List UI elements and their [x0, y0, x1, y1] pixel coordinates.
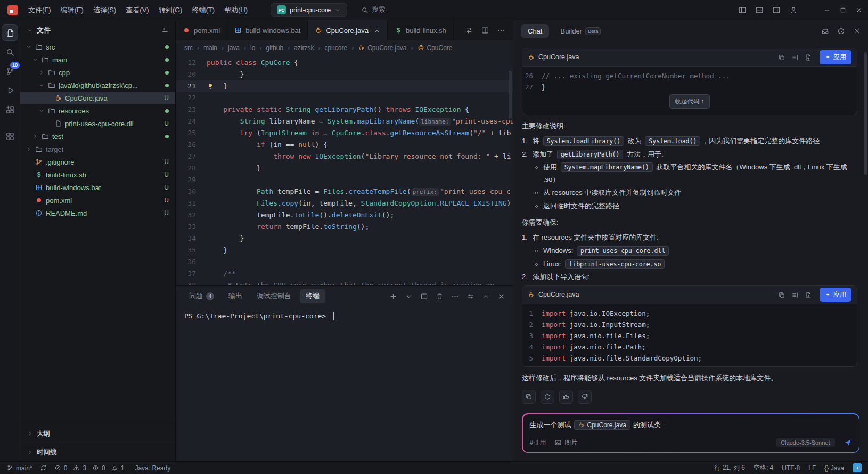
chat-scrollbar[interactable]: [864, 52, 867, 175]
code-line-33[interactable]: 33 return tempFile.toString();: [176, 221, 513, 233]
git-branch-status[interactable]: main*: [6, 464, 32, 472]
maximize-icon[interactable]: [839, 6, 847, 14]
chat-messages[interactable]: CpuCore.java应用26// ... existing getCurre…: [513, 42, 868, 410]
code-line-20[interactable]: 20 }: [176, 69, 513, 80]
menu-h[interactable]: 帮助(H): [219, 4, 252, 17]
sidebar-header[interactable]: 文件: [20, 20, 175, 40]
code-line-21[interactable]: 21 }: [176, 80, 513, 92]
close-icon[interactable]: [853, 27, 861, 35]
editor-tab-build-windows-bat[interactable]: build-windows.bat: [227, 20, 308, 40]
tray-icon[interactable]: [821, 27, 829, 35]
panel-tab-idx1[interactable]: 输出: [223, 289, 248, 303]
cursor-position[interactable]: 行 21, 列 6: [715, 463, 745, 472]
editor-tab-build-linux-sh[interactable]: $build-linux.sh: [388, 20, 454, 40]
activity-run-debug[interactable]: [2, 83, 18, 98]
language-mode[interactable]: {} Java: [824, 464, 844, 472]
code-line-30[interactable]: 30 Path tempFile = Files.createTempFile(…: [176, 186, 513, 198]
code-line-25[interactable]: 25 try (InputStream in = CpuCore.class.g…: [176, 127, 513, 139]
thumbs-down-button[interactable]: [578, 390, 592, 404]
panel-tab-idx0[interactable]: 问题4: [183, 289, 220, 303]
eol[interactable]: LF: [808, 464, 816, 472]
indentation[interactable]: 空格: 4: [754, 463, 773, 472]
reference-button[interactable]: #引用: [530, 438, 546, 447]
history-icon[interactable]: [837, 27, 845, 35]
breadcrumb-github[interactable]: github: [266, 44, 283, 52]
breadcrumb-java[interactable]: java: [228, 44, 240, 52]
view-options-icon[interactable]: [161, 27, 169, 34]
panel-tab-idx2[interactable]: 调试控制台: [251, 289, 297, 303]
editor-scrollbar[interactable]: [509, 71, 512, 119]
code-editor[interactable]: 12public class CpuCore {20 }21 }2223 pri…: [176, 55, 513, 285]
code-line-24[interactable]: 24 String libraryName = System.mapLibrar…: [176, 116, 513, 127]
copy-button[interactable]: [522, 390, 536, 404]
tree-item-cpp[interactable]: cpp: [20, 66, 175, 79]
image-button[interactable]: 图片: [554, 438, 577, 447]
model-selector[interactable]: Claude-3.5-Sonnet: [776, 438, 834, 447]
tab-chat[interactable]: Chat: [521, 24, 549, 38]
breadcrumb-cpucore[interactable]: CpuCore: [417, 44, 453, 52]
menu-s[interactable]: 选择(S): [88, 4, 121, 17]
close-icon[interactable]: [374, 27, 380, 34]
app-logo[interactable]: [7, 5, 18, 15]
tree-item-java-io-github-azirzsk-cp[interactable]: java\io\github\azirzsk\cp...: [20, 79, 175, 92]
split-icon[interactable]: [481, 26, 489, 35]
tree-item-src[interactable]: src: [20, 40, 175, 53]
code-line-35[interactable]: 35 }: [176, 244, 513, 256]
file-plus-icon[interactable]: [805, 54, 812, 61]
editor-tab-pom-xml[interactable]: pom.xml: [176, 20, 227, 40]
breadcrumb-io[interactable]: io: [250, 44, 255, 52]
project-selector[interactable]: PC print-cpu-core: [271, 3, 347, 17]
panel-tab-idx3[interactable]: 终端: [300, 289, 325, 303]
tree-item-readme-md[interactable]: README.mdU: [20, 207, 175, 219]
activity-source-control[interactable]: 10: [2, 63, 18, 79]
tree-item-print-uses-cpu-core-dll[interactable]: print-uses-cpu-core.dllU: [20, 117, 175, 130]
java-status[interactable]: Java: Ready: [135, 464, 170, 472]
tree-item-cpucore-java[interactable]: CpuCore.javaU: [20, 92, 175, 104]
problems-status[interactable]: 0301: [54, 464, 128, 472]
tree-item-gitignore[interactable]: .gitignoreU: [20, 156, 175, 168]
menu-f[interactable]: 文件(F): [23, 4, 56, 17]
code-line-29[interactable]: 29: [176, 174, 513, 186]
code-line-31[interactable]: 31 Files.copy(in, tempFile, StandardCopy…: [176, 198, 513, 209]
minimize-icon[interactable]: [823, 6, 831, 14]
tree-item-build-linux-sh[interactable]: $build-linux.shU: [20, 168, 175, 181]
send-button[interactable]: [844, 438, 852, 447]
tune-icon[interactable]: [466, 292, 474, 300]
chat-input[interactable]: 生成一个测试 CpuCore.java 的测试类 #引用 图片: [522, 413, 859, 453]
activity-extensions[interactable]: [2, 102, 18, 117]
code-line-27[interactable]: 27 throw new IOException("Library resour…: [176, 151, 513, 162]
panel-bottom-icon[interactable]: [755, 6, 764, 14]
search-button[interactable]: 搜索: [361, 5, 385, 14]
menu-e[interactable]: 编辑(E): [56, 4, 88, 17]
more-icon[interactable]: [451, 292, 459, 300]
breadcrumb-main[interactable]: main: [203, 44, 217, 52]
editor-tab-cpucore-java[interactable]: CpuCore.java: [308, 20, 388, 40]
code-line-28[interactable]: 28 }: [176, 162, 513, 174]
encoding[interactable]: UTF-8: [782, 464, 800, 472]
code-line-32[interactable]: 32 tempFile.toFile().deleteOnExit();: [176, 209, 513, 221]
copy-icon[interactable]: [778, 291, 785, 299]
chevron-down-icon[interactable]: [405, 292, 413, 300]
activity-apps[interactable]: [2, 128, 18, 144]
file-plus-icon[interactable]: [805, 291, 812, 299]
code-line-23[interactable]: 23 private static String getLibraryPath(…: [176, 104, 513, 116]
split-icon[interactable]: [420, 292, 428, 300]
tree-item-build-windows-bat[interactable]: build-windows.batU: [20, 181, 175, 194]
menu-v[interactable]: 查看(V): [121, 4, 153, 17]
collapse-code-button[interactable]: 收起代码 ↑: [669, 94, 710, 109]
activity-explorer[interactable]: [2, 25, 18, 40]
apply-button[interactable]: 应用: [820, 288, 851, 302]
trash-icon[interactable]: [436, 292, 444, 300]
file-chip[interactable]: CpuCore.java: [574, 420, 630, 430]
outline-section[interactable]: 大纲: [20, 424, 175, 443]
copy-icon[interactable]: [778, 54, 785, 61]
breadcrumb-azirzsk[interactable]: azirzsk: [294, 44, 314, 52]
breadcrumb-cpucore[interactable]: cpucore: [324, 44, 347, 52]
tree-item-target[interactable]: target: [20, 143, 175, 156]
code-line-22[interactable]: 22: [176, 92, 513, 104]
panel-right-icon[interactable]: [772, 6, 781, 14]
timeline-section[interactable]: 时间线: [20, 443, 175, 461]
chat-input-text[interactable]: 生成一个测试 CpuCore.java 的测试类: [530, 420, 852, 430]
trae-assistant-icon[interactable]: [853, 463, 862, 472]
account-icon[interactable]: [789, 6, 798, 14]
